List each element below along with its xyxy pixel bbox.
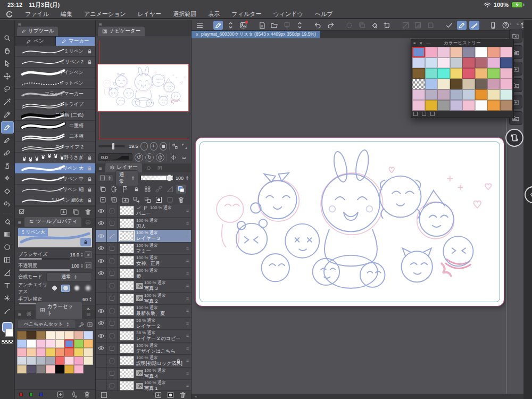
blend-mode-dropdown[interactable]: 通常▲▼ [46, 272, 92, 281]
brush-item[interactable]: フラットマーカー [15, 89, 95, 99]
color-wheel-icon[interactable] [24, 311, 34, 319]
opacity-box-button[interactable] [85, 262, 92, 269]
color-swatch[interactable] [64, 348, 74, 356]
panel-menu-icon[interactable]: ≡ [17, 312, 22, 319]
color-swatch[interactable] [46, 348, 55, 356]
brush-item[interactable]: 二重柄 (二色) [15, 110, 95, 121]
zoom-100-button[interactable] [160, 142, 167, 151]
color-swatch[interactable] [74, 331, 84, 339]
grid-option-icon[interactable] [413, 112, 418, 116]
visibility-eye-icon[interactable] [96, 305, 107, 317]
snap-pen-button[interactable] [457, 21, 467, 30]
color-swatch[interactable] [74, 356, 84, 365]
history-color-swatch[interactable] [437, 68, 450, 79]
color-swatch[interactable] [46, 339, 55, 348]
history-color-swatch[interactable] [500, 68, 513, 79]
close-tab-icon[interactable]: × [196, 32, 198, 37]
layer-thumbnail[interactable] [120, 231, 134, 240]
color-swatch[interactable] [17, 339, 27, 348]
brush-item[interactable]: 野うさぎ [15, 153, 95, 163]
zoom-in-button[interactable]: + [150, 142, 157, 151]
reset-rotation-button[interactable] [156, 153, 164, 162]
grid-option-icon[interactable] [422, 112, 426, 116]
brush-detail-icon[interactable] [84, 220, 93, 227]
layer-row[interactable]: 100 % 通常最新衣装、夏≡ [96, 305, 191, 318]
layer-row[interactable]: 38 % 通常レイヤー 2 のコピー≡ [96, 330, 191, 343]
mask-button[interactable] [167, 391, 174, 399]
layer-row[interactable]: 53 % 通常レイヤー 2≡ [96, 318, 191, 330]
visibility-eye-icon[interactable] [96, 318, 107, 330]
select-half-button[interactable] [413, 21, 423, 30]
layer-thumbnail[interactable] [120, 269, 134, 278]
canvas[interactable] [195, 137, 504, 306]
layer-menu-icon[interactable]: ≡ [186, 246, 189, 251]
opacity-slider[interactable] [140, 175, 173, 181]
layer-thumbnail[interactable] [120, 356, 134, 365]
tool-frame-border[interactable] [1, 254, 14, 266]
undo-button[interactable] [313, 21, 323, 30]
merge-button[interactable] [143, 195, 153, 204]
rotate-cw-button[interactable]: ↻ [145, 153, 154, 162]
close-panel-icon[interactable]: ✕ [419, 41, 423, 46]
import-panel-button[interactable] [154, 391, 162, 399]
fill-tool-button[interactable] [369, 21, 379, 30]
layer-checkbox[interactable] [107, 355, 118, 367]
color-swatch[interactable] [46, 356, 55, 365]
history-color-swatch[interactable] [475, 79, 488, 89]
fit-to-page-icon[interactable] [180, 153, 188, 162]
dim-box-button[interactable] [165, 195, 175, 204]
menu-button[interactable] [195, 21, 205, 30]
layer-menu-icon[interactable]: ≡ [186, 208, 189, 213]
history-color-swatch[interactable] [487, 68, 500, 79]
history-color-swatch[interactable] [462, 68, 475, 79]
layer-menu-icon[interactable]: ≡ [186, 233, 189, 238]
brush-item[interactable]: ミリペン 細 [15, 185, 95, 195]
menu-item[interactable]: レイヤー [138, 10, 162, 18]
draft-button[interactable] [120, 185, 130, 194]
visibility-eye-icon[interactable] [96, 205, 107, 217]
select-slash-button[interactable] [401, 21, 411, 30]
redo-button[interactable] [326, 21, 336, 30]
tool-eyedropper[interactable] [1, 109, 14, 121]
subtool-tab[interactable]: サブツール [17, 27, 58, 36]
layer-menu-icon[interactable]: ≡ [186, 371, 189, 376]
process-button[interactable] [344, 21, 354, 30]
layer-thumbnail[interactable] [120, 319, 134, 328]
tool-auto-select[interactable] [1, 96, 14, 108]
clip-button[interactable] [98, 185, 108, 194]
history-color-swatch[interactable] [437, 79, 450, 89]
tool-selection[interactable] [1, 83, 14, 95]
layer-checkbox[interactable] [107, 255, 118, 267]
history-color-swatch[interactable] [500, 79, 513, 89]
layer-thumbnail[interactable] [120, 344, 134, 353]
rgb-swatch[interactable] [39, 393, 43, 396]
layer-row[interactable]: 100 % 通常囚人≡ [96, 218, 191, 230]
trash-button[interactable] [84, 208, 92, 216]
layer-menu-icon[interactable]: ≡ [186, 221, 189, 226]
visibility-eye-icon[interactable] [96, 330, 107, 342]
layer-row[interactable]: 100 % 通常デザインはこちら≡ [96, 343, 191, 355]
visibility-eye-icon[interactable] [96, 218, 107, 230]
history-color-swatch[interactable] [487, 47, 500, 57]
new-folder-button[interactable] [120, 195, 130, 204]
layer-thumbnail[interactable] [120, 281, 134, 290]
tablet-button[interactable] [488, 21, 498, 30]
visibility-eye-icon[interactable] [96, 355, 107, 367]
grid-small-button[interactable] [100, 391, 108, 399]
color-set-select[interactable]: ぺこちゃんセット ▲▼ [17, 320, 76, 329]
trash-button[interactable] [179, 391, 187, 399]
history-color-swatch[interactable] [437, 47, 450, 57]
panel-menu-icon[interactable]: ≡ [413, 41, 416, 46]
new-doc-button[interactable] [257, 21, 267, 30]
history-color-swatch[interactable] [475, 68, 488, 79]
duplicate-button[interactable] [72, 208, 80, 216]
color-swatch[interactable] [36, 365, 46, 373]
layer-checkbox[interactable] [107, 305, 118, 317]
color-swatch[interactable] [74, 365, 84, 373]
tool-pen[interactable] [1, 121, 14, 134]
color-swatch[interactable] [64, 331, 74, 339]
layer-menu-icon[interactable]: ≡ [186, 271, 189, 276]
color-swatch[interactable] [55, 356, 65, 365]
setting-value[interactable]: 16.0 [70, 252, 80, 257]
color-swatch[interactable] [36, 331, 46, 339]
